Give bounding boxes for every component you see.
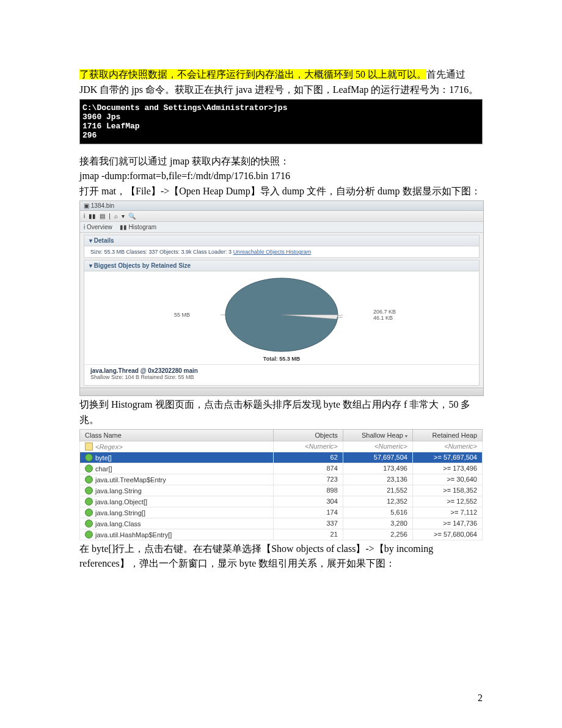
tab-histogram[interactable]: ▮▮ Histogram — [120, 224, 156, 230]
table-row[interactable]: java.lang.String[]1745,616>= 7,112 — [80, 507, 483, 518]
pie-footer-sub: Shallow Size: 104 B Retained Size: 55 MB — [90, 374, 473, 380]
search-icon[interactable]: 🔍 — [128, 213, 136, 219]
paragraph-4: 在 byte[]行上，点击右键。在右键菜单选择【Show objects of … — [79, 542, 483, 572]
pie-footer-main: java.lang.Thread @ 0x23202280 main — [90, 367, 473, 374]
numeric-cell: >= 7,112 — [412, 507, 482, 518]
jps-terminal-output: C:\Documents and Settings\Administrator>… — [79, 99, 483, 144]
toolbar-icon[interactable]: ▾ — [122, 213, 125, 219]
table-row[interactable]: char[]874173,496>= 173,496 — [80, 463, 483, 474]
table-row[interactable]: java.lang.Class3373,280>= 147,736 — [80, 518, 483, 529]
details-header[interactable]: ▾ Details — [84, 235, 479, 246]
filter-icon — [85, 443, 93, 450]
toolbar-sep: | — [109, 213, 111, 219]
numeric-cell: 57,697,504 — [343, 452, 412, 463]
highlighted-text: 了获取内存快照数据，不会让程序运行到内存溢出，大概循环到 50 以上就可以。 — [79, 69, 426, 79]
class-icon — [85, 476, 93, 483]
table-row[interactable]: java.lang.Object[]30412,352>= 12,552 — [80, 496, 483, 507]
paragraph-3: 切换到 Histogram 视图页面，点击点击标题头排序后发现 byte 数组占… — [79, 397, 483, 428]
class-icon — [85, 498, 93, 506]
numeric-cell: 2,256 — [343, 529, 412, 540]
mat-file-name: 1384.bin — [91, 202, 114, 209]
col-objects[interactable]: Objects — [273, 429, 343, 441]
mat-tabs: i Overview ▮▮ Histogram — [80, 222, 483, 233]
class-icon — [85, 509, 93, 517]
pie-footer: java.lang.Thread @ 0x23202280 main Shall… — [84, 364, 479, 385]
jmap-command: jmap -dump:format=b,file=f:/mdt/dmp/1716… — [79, 169, 483, 184]
page-number: 2 — [478, 693, 483, 704]
toolbar-icon[interactable]: i — [84, 213, 85, 219]
col-retained-heap[interactable]: Retained Heap — [412, 429, 482, 441]
numeric-cell: >= 147,736 — [412, 518, 482, 529]
pie-total: Total: 55.3 MB — [84, 356, 479, 364]
numeric-cell: 3,280 — [343, 518, 412, 529]
pie-chart — [221, 275, 343, 355]
numeric-cell: 898 — [273, 485, 343, 496]
mat-details-section: ▾ Details Size: 55.3 MB Classes: 337 Obj… — [84, 235, 480, 258]
numeric-cell: 304 — [273, 496, 343, 507]
numeric-cell: 62 — [273, 452, 343, 463]
class-name-cell: java.lang.Class — [80, 518, 274, 529]
numeric-cell: 174 — [273, 507, 343, 518]
numeric-cell: 173,496 — [343, 463, 412, 474]
class-name-cell: java.util.HashMap$Entry[] — [80, 529, 274, 540]
horizontal-scrollbar[interactable] — [80, 388, 483, 395]
table-row[interactable]: java.util.HashMap$Entry[]212,256>= 57,68… — [80, 529, 483, 540]
paragraph-1: 了获取内存快照数据，不会让程序运行到内存溢出，大概循环到 50 以上就可以。首先… — [79, 67, 483, 98]
mat-overview-screenshot: ▣ 1384.bin i ▮▮ ▤ | ⌕ ▾ 🔍 i Overview ▮▮ … — [79, 200, 484, 396]
class-name-cell: char[] — [80, 463, 274, 474]
unreachable-link[interactable]: Unreachable Objects Histogram — [233, 249, 312, 255]
numeric-cell: 21,552 — [343, 485, 412, 496]
table-filter-row[interactable]: <Regex> <Numeric> <Numeric> <Numeric> — [80, 441, 483, 452]
sort-indicator-icon: ▾ — [405, 433, 407, 439]
svg-line-2 — [338, 309, 343, 316]
pie-chart-area: 55 MB 206.7 KB 46.1 KB — [84, 271, 479, 356]
numeric-cell: >= 30,640 — [412, 474, 482, 485]
class-icon — [85, 487, 93, 495]
mat-window-title: ▣ 1384.bin — [80, 201, 483, 211]
numeric-cell: 5,616 — [343, 507, 412, 518]
numeric-cell: >= 12,552 — [412, 496, 482, 507]
numeric-cell: 21 — [273, 529, 343, 540]
numeric-cell: >= 57,680,064 — [412, 529, 482, 540]
table-row[interactable]: byte[]6257,697,504>= 57,697,504 — [80, 452, 483, 463]
paragraph-2c: 打开 mat，【File】->【Open Heap Dump】导入 dump 文… — [79, 184, 483, 199]
numeric-cell: >= 158,352 — [412, 485, 482, 496]
biggest-header[interactable]: ▾ Biggest Objects by Retained Size — [84, 260, 479, 271]
pie-right-label-1: 206.7 KB — [373, 309, 396, 315]
regex-cell: <Numeric> — [273, 441, 343, 452]
class-icon — [85, 520, 93, 528]
paragraph-2a: 接着我们就可以通过 jmap 获取内存某刻的快照： — [79, 154, 483, 169]
col-class-name[interactable]: Class Name — [80, 429, 274, 441]
pie-right-label-2: 46.1 KB — [373, 315, 393, 321]
details-body: Size: 55.3 MB Classes: 337 Objects: 3.9k… — [84, 246, 479, 257]
histogram-table: Class Name Objects Shallow Heap▾ Retaine… — [79, 429, 483, 540]
file-icon: ▣ — [84, 202, 89, 209]
toolbar-icon[interactable]: ⌕ — [114, 213, 118, 219]
class-icon — [85, 454, 93, 461]
regex-cell: <Numeric> — [343, 441, 412, 452]
tab-overview[interactable]: i Overview — [84, 224, 112, 230]
pie-left-label: 55 MB — [87, 312, 190, 318]
toolbar-icon[interactable]: ▮▮ — [89, 213, 96, 219]
class-icon — [85, 531, 93, 539]
regex-cell: <Numeric> — [412, 441, 482, 452]
table-row[interactable]: java.util.TreeMap$Entry72323,136>= 30,64… — [80, 474, 483, 485]
tab-histogram-label: Histogram — [128, 224, 156, 230]
class-name-cell: java.lang.Object[] — [80, 496, 274, 507]
mat-toolbar: i ▮▮ ▤ | ⌕ ▾ 🔍 — [80, 211, 483, 222]
col-shallow-heap[interactable]: Shallow Heap▾ — [343, 429, 412, 441]
details-stats: Size: 55.3 MB Classes: 337 Objects: 3.9k… — [90, 249, 233, 255]
col-shallow-heap-label: Shallow Heap — [362, 432, 403, 439]
pie-right-labels: 206.7 KB 46.1 KB — [373, 309, 476, 321]
numeric-cell: >= 173,496 — [412, 463, 482, 474]
class-name-cell: java.util.TreeMap$Entry — [80, 474, 274, 485]
class-icon — [85, 465, 93, 472]
table-row[interactable]: java.lang.String89821,552>= 158,352 — [80, 485, 483, 496]
class-name-cell: java.lang.String[] — [80, 507, 274, 518]
numeric-cell: 12,352 — [343, 496, 412, 507]
numeric-cell: 874 — [273, 463, 343, 474]
class-name-cell: java.lang.String — [80, 485, 274, 496]
numeric-cell: 337 — [273, 518, 343, 529]
class-name-cell: byte[] — [80, 452, 274, 463]
toolbar-icon[interactable]: ▤ — [100, 213, 105, 219]
